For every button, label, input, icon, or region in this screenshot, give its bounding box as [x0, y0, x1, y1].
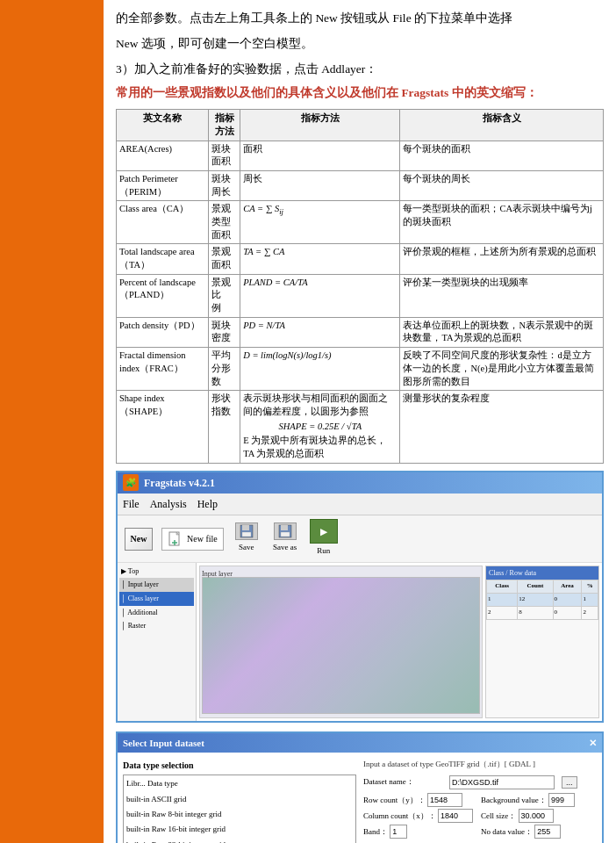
cell-name: Fractal dimension index（FRAC）: [117, 348, 209, 391]
dataset-stats: Row count（y）： Background value： Column c…: [363, 793, 597, 839]
sidebar-item-2[interactable]: │ Input layer: [119, 578, 194, 592]
save-icon: [235, 522, 258, 540]
th-count: Count: [518, 580, 553, 594]
band-text: Band：: [363, 827, 388, 836]
left-sidebar: [0, 0, 104, 843]
svg-rect-6: [242, 532, 251, 537]
data-type-item-3[interactable]: built-in Raw 8-bit integer grid: [125, 807, 355, 822]
table-row: Shape index（SHAPE） 形状指数 表示斑块形状与相同面积的圆面之间…: [117, 391, 604, 463]
cell-name: Patch Perimeter（PERIM）: [117, 170, 209, 200]
no-data-input[interactable]: [534, 825, 561, 839]
col-count-input[interactable]: [438, 809, 473, 823]
cell-meaning: 表达单位面积上的斑块数，N表示景观中的斑块数量，TA为景观的总面积: [400, 317, 604, 347]
cell-meaning: 每个斑块的面积: [400, 140, 604, 170]
new-file-label: New file: [187, 531, 218, 546]
table-header: Class / Row data: [486, 566, 598, 580]
dataset-name-input[interactable]: [449, 775, 555, 789]
cell-class-1: 1: [487, 594, 518, 607]
row-count-input[interactable]: [427, 793, 462, 807]
cell-method: 斑块密度: [208, 317, 240, 347]
data-type-item-2[interactable]: built-in ASCII grid: [125, 792, 355, 807]
save-as-icon: [274, 522, 297, 540]
data-type-item-4[interactable]: built-in Raw 16-bit integer grid: [125, 822, 355, 837]
main-container: 的全部参数。点击左上角工具条上的 New 按钮或从 File 的下拉菜单中选择 …: [0, 0, 616, 843]
no-data-label: No data value：: [481, 825, 597, 839]
table-row-header: Class Count Area %: [487, 580, 598, 594]
no-data-text: No data value：: [481, 827, 533, 836]
bg-value-input[interactable]: [548, 793, 575, 807]
frag-table-area: Class / Row data Class Count Area % 1: [485, 566, 599, 718]
cell-formula: TA = ∑ CA: [240, 244, 400, 274]
step-3-label: 3）加入之前准备好的实验数据，点击 Addlayer：: [116, 60, 604, 80]
data-type-item-5[interactable]: built-in Raw 32-bit integer grid: [125, 838, 355, 843]
save-button[interactable]: Save: [235, 522, 258, 554]
cell-meaning: 测量形状的复杂程度: [400, 391, 604, 463]
new-file-button-area: New file: [161, 528, 224, 551]
frag-sidebar: ▶ Top │ Input layer │ Class layer │ Addi…: [118, 563, 197, 721]
save-as-label: Save as: [273, 541, 297, 554]
cell-count-2: 8: [518, 607, 553, 620]
sidebar-item-3[interactable]: │ Class layer: [119, 592, 194, 606]
data-type-item-1[interactable]: Libr... Data type: [125, 776, 355, 791]
table-row: AREA(Acres) 斑块面积 面积 每个斑块的面积: [117, 140, 604, 170]
cell-pct-1: 1: [582, 594, 598, 607]
cell-formula: 周长: [240, 170, 400, 200]
cell-method: 景观比例: [208, 274, 240, 317]
cell-count-1: 12: [518, 594, 553, 607]
new-file-button[interactable]: New file: [161, 528, 224, 551]
fragstats-toolbar: New New file: [118, 515, 602, 562]
sidebar-item-4[interactable]: │ Additional: [119, 606, 194, 620]
new-btn-label: New: [131, 531, 147, 546]
dataset-name-label: Dataset name：: [363, 775, 442, 789]
dialog-close-icon[interactable]: ✕: [589, 735, 597, 752]
run-button[interactable]: ▶ Run: [310, 519, 338, 558]
fragstats-titlebar: 🧩 Fragstats v4.2.1: [118, 472, 602, 494]
fragstats-title: Fragstats v4.2.1: [144, 474, 215, 492]
th-pct: %: [582, 580, 598, 594]
new-button[interactable]: New: [125, 528, 153, 551]
cell-name: Total landscape area（TA）: [117, 244, 209, 274]
fragstats-window: 🧩 Fragstats v4.2.1 File Analysis Help Ne…: [116, 471, 604, 723]
cell-size-label: Cell size：: [481, 809, 597, 823]
cell-size-text: Cell size：: [481, 811, 516, 820]
save-label: Save: [239, 541, 254, 554]
table-row: Patch Perimeter（PERIM） 斑块周长 周长 每个斑块的周长: [117, 170, 604, 200]
cell-meaning: 评价景观的框框，上述所为所有景观的总面积: [400, 244, 604, 274]
menu-help[interactable]: Help: [197, 495, 218, 513]
select-input-dialog: Select Input dataset ✕ Data type selecti…: [116, 731, 604, 843]
menu-file[interactable]: File: [123, 495, 140, 513]
save-as-button[interactable]: Save as: [273, 522, 297, 554]
cell-method: 斑块周长: [208, 170, 240, 200]
class-table: Class Count Area % 1 12 0 1: [486, 580, 598, 620]
fragstats-menu: File Analysis Help: [118, 494, 602, 515]
cell-formula: 表示斑块形状与相同面积的圆面之间的偏差程度，以圆形为参照 SHAPE = 0.2…: [240, 391, 400, 463]
th-class: Class: [487, 580, 518, 594]
dialog-two-col: Data type selection Libr... Data type bu…: [123, 758, 597, 843]
save-as-button-area: Save as: [269, 522, 301, 554]
cell-method: 景观面积: [208, 244, 240, 274]
data-type-label: Data type selection: [123, 758, 356, 773]
cell-meaning: 每一类型斑块的面积；CA表示斑块中编号为j的斑块面积: [400, 201, 604, 244]
band-input[interactable]: [390, 825, 407, 839]
cell-formula: D = lim(logN(s)/log1/s): [240, 348, 400, 391]
save-button-area: Save: [231, 522, 262, 554]
save-icon-svg: [240, 524, 254, 538]
sidebar-item-5[interactable]: │ Raster: [119, 619, 194, 633]
cell-name: Shape index（SHAPE）: [117, 391, 209, 463]
highlight-line: 常用的一些景观指数以及他们的具体含义以及他们在 Fragstats 中的英文缩写…: [116, 83, 604, 104]
table-row: Patch density（PD） 斑块密度 PD = N/TA 表达单位面积上…: [117, 317, 604, 347]
cell-meaning: 每个斑块的周长: [400, 170, 604, 200]
cell-size-input[interactable]: [519, 809, 554, 823]
cell-formula: PLAND = CA/TA: [240, 274, 400, 317]
cell-method: 斑块面积: [208, 140, 240, 170]
row-count-text: Row count（y）：: [363, 796, 426, 804]
cell-area-1: 0: [553, 594, 582, 607]
sidebar-item-1[interactable]: ▶ Top: [119, 565, 194, 579]
cell-meaning: 评价某一类型斑块的出现频率: [400, 274, 604, 317]
col-header-name: 英文名称: [117, 109, 209, 140]
cell-name: Percent of landscape（PLAND）: [117, 274, 209, 317]
menu-analysis[interactable]: Analysis: [150, 495, 187, 513]
data-type-list: Libr... Data type built-in ASCII grid bu…: [123, 775, 356, 843]
dataset-browse-btn[interactable]: ...: [562, 776, 577, 789]
sidebar-item-6[interactable]: [119, 633, 194, 635]
